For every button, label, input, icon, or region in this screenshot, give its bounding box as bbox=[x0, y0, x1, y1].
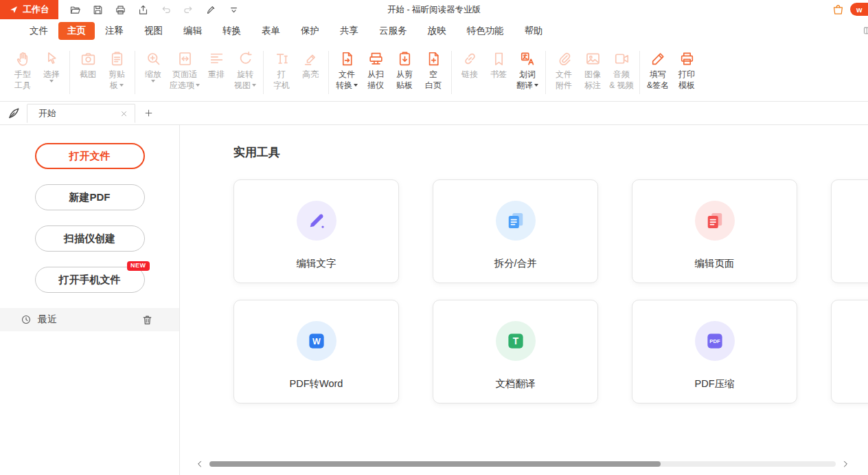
menu-protect[interactable]: 保护 bbox=[290, 22, 330, 40]
print-template-tool[interactable]: 打印模板 bbox=[672, 48, 701, 91]
save-icon[interactable] bbox=[92, 4, 104, 16]
card-edit-text[interactable]: 编辑文字 bbox=[233, 179, 399, 283]
scrollbar-track[interactable] bbox=[209, 461, 836, 467]
card-pdf-to-word[interactable]: WPDF转Word bbox=[233, 300, 399, 404]
convert-icon bbox=[339, 48, 356, 69]
annotate-pen-icon[interactable] bbox=[7, 106, 21, 120]
ribbon-tool-label bbox=[151, 80, 155, 82]
new-pdf-button[interactable]: 新建PDF bbox=[35, 184, 145, 210]
highlight-tool[interactable]: 高亮 bbox=[296, 48, 325, 80]
file-attachment-tool[interactable]: 文件附件 bbox=[549, 48, 578, 91]
export-icon[interactable] bbox=[137, 4, 149, 16]
member-badge-label: w bbox=[856, 5, 863, 14]
card-label: PDF压缩 bbox=[695, 377, 735, 390]
ribbon-tool-label: 剪贴 bbox=[108, 69, 125, 80]
menu-present[interactable]: 放映 bbox=[418, 22, 457, 40]
select-icon bbox=[43, 48, 60, 69]
workspace-label: 工作台 bbox=[23, 3, 49, 16]
ribbon-tool-label: 字机 bbox=[273, 80, 290, 91]
snapshot-tool[interactable]: 截图 bbox=[73, 48, 102, 80]
tab-close-icon[interactable] bbox=[120, 110, 128, 118]
menu-home[interactable]: 主页 bbox=[58, 22, 95, 40]
page-fit-tool[interactable]: 页面适应选项 bbox=[168, 48, 202, 91]
main-panel: 实用工具 编辑文字拆分/合并编辑页面WPDF转WordT文档翻译PDFPDF压缩 bbox=[180, 125, 868, 475]
menu-share[interactable]: 共享 bbox=[330, 22, 369, 40]
image-annotation-tool[interactable]: 图像标注 bbox=[578, 48, 607, 91]
card-doc-translate[interactable]: T文档翻译 bbox=[433, 300, 598, 404]
menu-help[interactable]: 帮助 bbox=[514, 22, 553, 40]
reflow-tool[interactable]: 重排 bbox=[202, 48, 231, 80]
undo-icon[interactable] bbox=[160, 4, 172, 16]
ribbon-tool-label: 高亮 bbox=[302, 69, 319, 80]
recent-row[interactable]: 最近 bbox=[0, 308, 179, 331]
print-template-icon bbox=[678, 48, 696, 69]
zoom-tool[interactable]: 缩放 bbox=[139, 48, 168, 82]
tab-start[interactable]: 开始 bbox=[27, 104, 135, 123]
card-pdf-compress[interactable]: PDFPDF压缩 bbox=[632, 300, 797, 404]
clear-recent-trash-icon[interactable] bbox=[141, 314, 153, 326]
scanner-create-button[interactable]: 扫描仪创建 bbox=[35, 225, 145, 252]
from-scanner-tool[interactable]: 从扫描仪 bbox=[361, 48, 390, 91]
from-clipboard-icon bbox=[396, 48, 413, 69]
ribbon-tool-label: 翻译 bbox=[516, 80, 538, 91]
dropdown-caret-icon bbox=[49, 80, 54, 82]
recent-label: 最近 bbox=[38, 313, 141, 326]
scroll-left-icon[interactable] bbox=[195, 459, 205, 469]
clipboard-tool[interactable]: 剪贴板 bbox=[102, 48, 131, 91]
member-badge[interactable]: w bbox=[850, 3, 868, 16]
store-icon[interactable] bbox=[832, 3, 845, 16]
scroll-right-icon[interactable] bbox=[841, 459, 850, 469]
menu-comment[interactable]: 注释 bbox=[95, 22, 134, 40]
fill-sign-icon bbox=[650, 48, 667, 69]
link-icon bbox=[461, 48, 479, 69]
ribbon-tool-label: 转换 bbox=[336, 80, 358, 91]
ribbon-tool-label: 从剪 bbox=[396, 69, 413, 80]
ribbon-tool-label: 打 bbox=[277, 69, 286, 80]
print-icon[interactable] bbox=[115, 4, 126, 16]
ribbon-tool-label: 截图 bbox=[80, 69, 96, 80]
card-translate-icon: T bbox=[496, 321, 536, 361]
bookmark-tool[interactable]: 书签 bbox=[484, 48, 513, 80]
typewriter-tool[interactable]: 打字机 bbox=[267, 48, 296, 91]
card-label: 编辑文字 bbox=[297, 257, 336, 270]
card-split-merge[interactable]: 拆分/合并 bbox=[433, 179, 598, 283]
scrollbar-thumb[interactable] bbox=[209, 461, 661, 467]
menu-edit[interactable]: 编辑 bbox=[173, 22, 212, 40]
audio-video-tool[interactable]: 音频& 视频 bbox=[607, 48, 636, 91]
from-clipboard-tool[interactable]: 从剪贴板 bbox=[390, 48, 419, 91]
menu-cloud-service[interactable]: 云服务 bbox=[369, 22, 418, 40]
blank-page-tool[interactable]: 空白页 bbox=[419, 48, 448, 91]
menu-view[interactable]: 视图 bbox=[134, 22, 173, 40]
ribbon-tool-label: 附件 bbox=[556, 80, 572, 91]
ribbon-tool-label: 手型 bbox=[14, 69, 31, 80]
foxit-logo-icon bbox=[9, 5, 19, 14]
window-layout-icon[interactable] bbox=[863, 25, 868, 36]
horizontal-scrollbar[interactable] bbox=[195, 459, 850, 470]
customize-toolbar-icon[interactable] bbox=[228, 4, 240, 16]
new-tab-button[interactable] bbox=[144, 109, 153, 118]
translate-tool[interactable]: 划词翻译 bbox=[513, 48, 542, 91]
file-convert-tool[interactable]: 文件转换 bbox=[332, 48, 361, 91]
ribbon-separator bbox=[451, 51, 452, 94]
menu-form[interactable]: 表单 bbox=[251, 22, 290, 40]
pen-tools-icon[interactable] bbox=[205, 4, 217, 16]
ribbon-separator bbox=[263, 51, 264, 94]
select-tool[interactable]: 选择 bbox=[37, 48, 66, 82]
ribbon-tool-label bbox=[49, 80, 54, 82]
workspace-button[interactable]: 工作台 bbox=[0, 0, 58, 19]
card-partial[interactable] bbox=[831, 179, 868, 283]
menu-special-features[interactable]: 特色功能 bbox=[457, 22, 514, 40]
menu-file[interactable]: 文件 bbox=[19, 22, 58, 40]
card-edit-pages[interactable]: 编辑页面 bbox=[632, 179, 797, 283]
fill-sign-tool[interactable]: 填写&签名 bbox=[643, 48, 672, 91]
link-tool[interactable]: 链接 bbox=[455, 48, 484, 80]
folder-open-icon[interactable] bbox=[69, 4, 81, 16]
open-file-button[interactable]: 打开文件 bbox=[35, 143, 145, 169]
blank-page-icon bbox=[425, 48, 442, 69]
dropdown-caret-icon bbox=[119, 84, 124, 87]
redo-icon[interactable] bbox=[183, 4, 194, 16]
rotate-view-tool[interactable]: 旋转视图 bbox=[231, 48, 260, 91]
hand-tool[interactable]: 手型工具 bbox=[8, 48, 37, 91]
menu-convert[interactable]: 转换 bbox=[212, 22, 251, 40]
card-partial[interactable] bbox=[831, 300, 868, 404]
